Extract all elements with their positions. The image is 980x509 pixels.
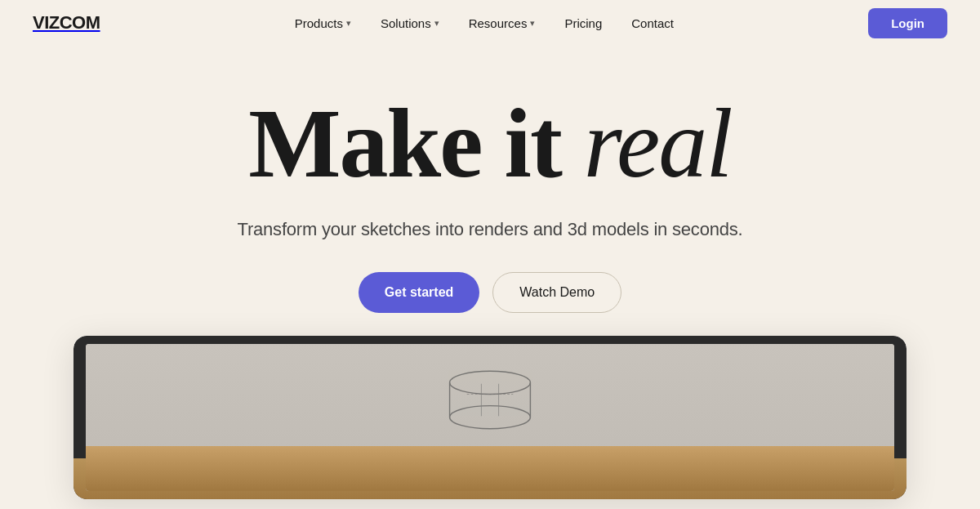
- login-button[interactable]: Login: [868, 8, 947, 38]
- nav-link-contact[interactable]: Contact: [620, 10, 685, 37]
- hero-cta-group: Get started Watch Demo: [359, 272, 621, 313]
- nav-label-resources: Resources: [469, 16, 528, 30]
- nav-link-solutions[interactable]: Solutions ▾: [369, 10, 451, 37]
- chevron-down-icon: ▾: [530, 18, 535, 29]
- nav-item-pricing[interactable]: Pricing: [553, 10, 613, 37]
- nav-links: Products ▾ Solutions ▾ Resources ▾ Prici…: [283, 10, 685, 37]
- nav-item-contact[interactable]: Contact: [620, 10, 685, 37]
- chevron-down-icon: ▾: [434, 18, 439, 29]
- nav-item-products[interactable]: Products ▾: [283, 10, 363, 37]
- nav-label-solutions: Solutions: [381, 16, 431, 30]
- hero-section: Make it real Transform your sketches int…: [0, 46, 980, 499]
- nav-link-products[interactable]: Products ▾: [283, 10, 363, 37]
- tablet-mockup: [74, 336, 906, 499]
- logo[interactable]: VIZCOM: [33, 12, 100, 33]
- demo-preview-container: [74, 336, 906, 499]
- nav-link-resources[interactable]: Resources ▾: [457, 10, 547, 37]
- chevron-down-icon: ▾: [346, 18, 351, 29]
- hero-subtitle: Transform your sketches into renders and…: [238, 216, 743, 243]
- tablet-screen-inner: [86, 344, 894, 491]
- svg-point-0: [450, 371, 531, 394]
- nav-label-products: Products: [295, 16, 343, 30]
- nav-item-resources[interactable]: Resources ▾: [457, 10, 547, 37]
- nav-label-pricing: Pricing: [564, 16, 602, 30]
- desk-surface: [86, 446, 894, 491]
- hero-title-italic: real: [584, 89, 732, 198]
- nav-item-solutions[interactable]: Solutions ▾: [369, 10, 451, 37]
- navbar: VIZCOM Products ▾ Solutions ▾ Resources …: [0, 0, 980, 46]
- svg-point-1: [450, 406, 531, 429]
- get-started-button[interactable]: Get started: [359, 272, 479, 313]
- sketch-drawing: [368, 348, 612, 446]
- tablet-screen: [86, 344, 894, 491]
- hero-title: Make it real: [248, 95, 731, 193]
- nav-link-pricing[interactable]: Pricing: [553, 10, 613, 37]
- hero-title-main: Make it: [248, 89, 584, 198]
- nav-label-contact: Contact: [631, 16, 674, 30]
- watch-demo-button[interactable]: Watch Demo: [492, 272, 621, 313]
